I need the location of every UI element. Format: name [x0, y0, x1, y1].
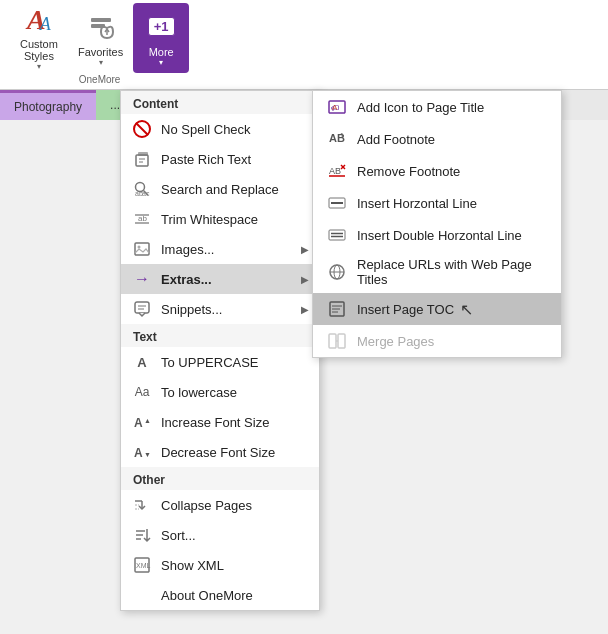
svg-rect-18	[135, 302, 149, 313]
menu-about[interactable]: About OneMore	[121, 580, 319, 610]
replace-urls-icon	[325, 262, 349, 282]
snippets-label: Snippets...	[161, 302, 301, 317]
custom-styles-arrow: ▾	[37, 62, 41, 71]
replace-urls-label: Replace URLs with Web Page Titles	[357, 257, 549, 287]
decrease-font-label: Decrease Font Size	[161, 445, 309, 460]
favorites-arrow: ▾	[99, 58, 103, 67]
collapse-pages-icon	[131, 495, 153, 515]
add-footnote-label: Add Footnote	[357, 132, 435, 147]
trim-whitespace-icon: ab	[131, 209, 153, 229]
more-label: More	[149, 46, 174, 58]
custom-styles-button[interactable]: A A Custom Styles ▾	[10, 3, 68, 73]
about-icon	[131, 585, 153, 605]
insert-page-toc-label: Insert Page TOC	[357, 302, 454, 317]
favorites-button[interactable]: Favorites ▾	[68, 3, 133, 73]
svg-text:1: 1	[340, 132, 344, 139]
sub-insert-page-toc[interactable]: Insert Page TOC ↖	[313, 293, 561, 325]
ribbon-group-onemore: A A Custom Styles ▾ Favorites ▾	[10, 0, 189, 89]
svg-rect-6	[136, 155, 148, 166]
sub-insert-horizontal-line[interactable]: Insert Horzontal Line	[313, 187, 561, 219]
menu-increase-font[interactable]: A ▲ Increase Font Size	[121, 407, 319, 437]
insert-horizontal-line-label: Insert Horzontal Line	[357, 196, 477, 211]
svg-text:A: A	[134, 416, 143, 430]
sub-remove-footnote[interactable]: AB Remove Footnote	[313, 155, 561, 187]
show-xml-label: Show XML	[161, 558, 309, 573]
menu-images[interactable]: Images... ▶	[121, 234, 319, 264]
sort-label: Sort...	[161, 528, 309, 543]
svg-text:A: A	[332, 103, 338, 112]
menu-extras[interactable]: → Extras... ▶	[121, 264, 319, 294]
add-icon-title-label: Add Icon to Page Title	[357, 100, 484, 115]
extras-icon: →	[131, 269, 153, 289]
remove-footnote-icon: AB	[325, 161, 349, 181]
sub-insert-double-line[interactable]: Insert Double Horzontal Line	[313, 219, 561, 251]
no-spell-check-label: No Spell Check	[161, 122, 309, 137]
menu-sort[interactable]: Sort...	[121, 520, 319, 550]
svg-text:▼: ▼	[144, 451, 151, 458]
menu-to-uppercase[interactable]: A To UPPERCASE	[121, 347, 319, 377]
menu-to-lowercase[interactable]: Aa To lowercase	[121, 377, 319, 407]
menu-search-replace[interactable]: ab ac Search and Replace	[121, 174, 319, 204]
svg-rect-16	[135, 243, 149, 255]
custom-styles-icon: A A	[21, 4, 57, 36]
sub-add-footnote[interactable]: AB 1 Add Footnote	[313, 123, 561, 155]
sub-replace-urls[interactable]: Replace URLs with Web Page Titles	[313, 251, 561, 293]
to-lowercase-label: To lowercase	[161, 385, 309, 400]
custom-styles-label: Custom Styles	[20, 38, 58, 62]
insert-page-toc-icon	[325, 299, 349, 319]
sub-merge-pages[interactable]: Merge Pages	[313, 325, 561, 357]
collapse-pages-label: Collapse Pages	[161, 498, 309, 513]
tab-photography[interactable]: Photography	[0, 90, 96, 120]
svg-text:A: A	[134, 446, 143, 460]
merge-pages-icon	[325, 331, 349, 351]
group-label: OneMore	[79, 74, 121, 85]
main-dropdown-menu: Content No Spell Check Paste Rich Text	[120, 90, 320, 611]
sort-icon	[131, 525, 153, 545]
sub-add-icon-title[interactable]: 🏷 A Add Icon to Page Title	[313, 91, 561, 123]
menu-decrease-font[interactable]: A ▼ Decrease Font Size	[121, 437, 319, 467]
svg-point-17	[138, 246, 141, 249]
svg-text:▲: ▲	[144, 417, 151, 424]
svg-rect-55	[329, 334, 336, 348]
images-icon	[131, 239, 153, 259]
to-uppercase-label: To UPPERCASE	[161, 355, 309, 370]
more-icon: +1	[143, 8, 179, 44]
decrease-font-icon: A ▼	[131, 442, 153, 462]
no-spell-icon	[131, 119, 153, 139]
about-label: About OneMore	[161, 588, 309, 603]
section-text-label: Text	[121, 324, 319, 347]
merge-pages-label: Merge Pages	[357, 334, 434, 349]
svg-rect-0	[91, 18, 111, 22]
section-other-label: Other	[121, 467, 319, 490]
extras-submenu-arrow: ▶	[301, 274, 309, 285]
svg-line-4	[136, 123, 148, 135]
favorites-icon	[83, 8, 119, 44]
uppercase-icon: A	[131, 352, 153, 372]
insert-double-line-icon	[325, 225, 349, 245]
more-arrow: ▾	[159, 58, 163, 67]
increase-font-label: Increase Font Size	[161, 415, 309, 430]
menu-show-xml[interactable]: XML Show XML	[121, 550, 319, 580]
extras-submenu: 🏷 A Add Icon to Page Title AB 1 Add Foot…	[312, 90, 562, 358]
increase-font-icon: A ▲	[131, 412, 153, 432]
paste-rich-text-label: Paste Rich Text	[161, 152, 309, 167]
more-button[interactable]: +1 More ▾	[133, 3, 189, 73]
insert-double-line-label: Insert Double Horzontal Line	[357, 228, 522, 243]
remove-footnote-label: Remove Footnote	[357, 164, 460, 179]
menu-collapse-pages[interactable]: Collapse Pages	[121, 490, 319, 520]
menu-snippets[interactable]: Snippets... ▶	[121, 294, 319, 324]
menu-paste-rich-text[interactable]: Paste Rich Text	[121, 144, 319, 174]
insert-horizontal-line-icon	[325, 193, 349, 213]
menu-trim-whitespace[interactable]: ab Trim Whitespace	[121, 204, 319, 234]
search-replace-icon: ab ac	[131, 179, 153, 199]
svg-text:ab: ab	[138, 214, 147, 223]
ribbon: A A Custom Styles ▾ Favorites ▾	[0, 0, 608, 90]
favorites-label: Favorites	[78, 46, 123, 58]
svg-text:XML: XML	[136, 562, 151, 569]
menu-no-spell-check[interactable]: No Spell Check	[121, 114, 319, 144]
extras-label: Extras...	[161, 272, 301, 287]
lowercase-icon: Aa	[131, 382, 153, 402]
section-content-label: Content	[121, 91, 319, 114]
cursor-indicator: ↖	[460, 300, 473, 319]
images-label: Images...	[161, 242, 301, 257]
